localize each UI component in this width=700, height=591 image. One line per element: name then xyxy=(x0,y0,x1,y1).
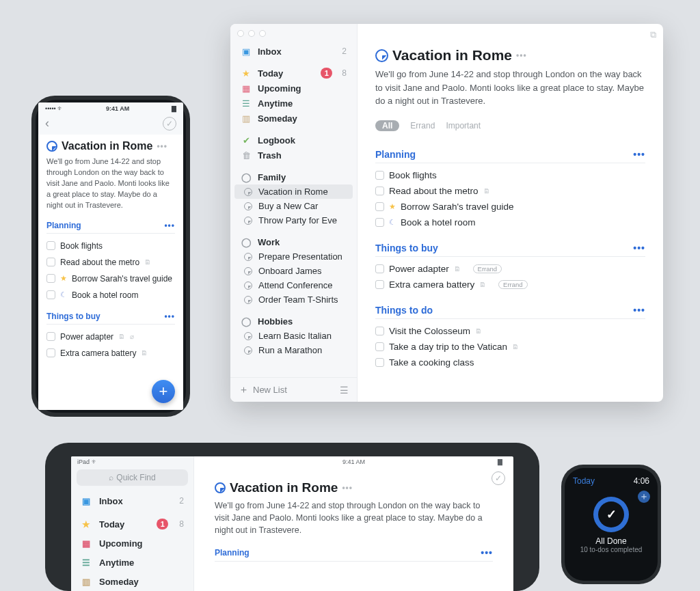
todo-item[interactable]: Visit the Colosseum🗎 xyxy=(375,323,645,339)
tag-chip[interactable]: Errand xyxy=(473,264,502,273)
sidebar-project-vacation[interactable]: Vacation in Rome xyxy=(234,184,353,199)
quick-find-input[interactable]: ⌕Quick Find xyxy=(77,469,188,486)
sidebar-project[interactable]: Attend Conference xyxy=(234,278,353,292)
project-notes[interactable]: We'll go from June 14-22 and stop throug… xyxy=(46,156,175,211)
todo-item[interactable]: ☾Book a hotel room xyxy=(46,287,175,303)
todo-item[interactable]: ☾Book a hotel room xyxy=(375,215,645,230)
tag-all[interactable]: All xyxy=(375,120,399,131)
iphone-screen: ••••• ᯤ 9:41 AM ▇ ‹ ✓ Vacation in Rome •… xyxy=(38,102,183,410)
project-more-button[interactable]: ••• xyxy=(157,141,167,151)
sidebar-area-hobbies[interactable]: ◯Hobbies xyxy=(234,314,353,329)
sidebar-label: Upcoming xyxy=(99,538,184,549)
checkbox[interactable] xyxy=(46,290,55,299)
search-icon: ⌕ xyxy=(109,473,113,482)
share-button[interactable]: ⧉ xyxy=(650,29,656,40)
mark-complete-button[interactable]: ✓ xyxy=(163,117,176,130)
project-more-button[interactable]: ••• xyxy=(516,51,527,60)
checkbox[interactable] xyxy=(375,358,384,367)
tag-errand[interactable]: Errand xyxy=(410,121,435,130)
sidebar-item-inbox[interactable]: ▣Inbox2 xyxy=(234,44,353,59)
todo-item[interactable]: Book flights xyxy=(46,238,175,254)
sidebar-label: Anytime xyxy=(258,98,347,109)
settings-button[interactable]: ☰ xyxy=(340,385,349,396)
section-header[interactable]: Planning ••• xyxy=(46,221,175,234)
sidebar-project[interactable]: Prepare Presentation xyxy=(234,249,353,264)
status-battery: ▇ xyxy=(498,458,502,465)
checkbox[interactable] xyxy=(375,171,384,180)
section-more-button[interactable]: ••• xyxy=(633,149,645,160)
section-more-button[interactable]: ••• xyxy=(633,305,645,316)
check-icon: ✓ xyxy=(598,501,624,527)
sidebar-item-today[interactable]: ★Today18 xyxy=(71,514,193,534)
watch-title-today[interactable]: Today xyxy=(573,476,595,486)
checkbox[interactable] xyxy=(46,274,55,283)
todo-item[interactable]: Book flights xyxy=(375,167,645,183)
sidebar-item-inbox[interactable]: ▣Inbox2 xyxy=(71,491,193,510)
section-header[interactable]: Things to buy ••• xyxy=(46,312,175,325)
todo-item[interactable]: ★Borrow Sarah's travel guide xyxy=(375,199,645,215)
checkbox[interactable] xyxy=(375,327,384,335)
sidebar-item-someday[interactable]: ▥Someday xyxy=(71,572,193,591)
section-header[interactable]: Things to do ••• xyxy=(375,305,645,319)
sidebar-area-work[interactable]: ◯Work xyxy=(234,234,353,249)
todo-item[interactable]: Extra camera battery🗎 xyxy=(46,345,175,361)
todo-item[interactable]: Power adapter🗎 Errand xyxy=(375,261,645,277)
checkbox[interactable] xyxy=(375,264,384,273)
checkbox[interactable] xyxy=(46,348,55,357)
checkbox[interactable] xyxy=(46,258,55,266)
add-todo-button[interactable]: + xyxy=(152,380,175,403)
section-header[interactable]: Planning ••• xyxy=(215,547,493,562)
sidebar-area-family[interactable]: ◯Family xyxy=(234,169,353,184)
sidebar-item-someday[interactable]: ▥Someday xyxy=(234,111,353,126)
section-more-button[interactable]: ••• xyxy=(633,243,645,253)
project-label: Order Team T-Shirts xyxy=(258,294,347,305)
section-header[interactable]: Things to buy ••• xyxy=(375,243,645,257)
todo-item[interactable]: ★Borrow Sarah's travel guide xyxy=(46,271,175,287)
add-button[interactable]: ＋ xyxy=(638,491,650,503)
todo-item[interactable]: Take a cooking class xyxy=(375,355,645,370)
window-controls[interactable] xyxy=(230,24,357,44)
sidebar-project[interactable]: Learn Basic Italian xyxy=(234,329,353,343)
ipad-screen: iPad ᯤ ⌕Quick Find ▣Inbox2 ★Today18 ▦Upc… xyxy=(71,456,513,591)
checkbox[interactable] xyxy=(375,202,384,211)
tag-chip[interactable]: Errand xyxy=(498,280,528,289)
project-notes[interactable]: We'll go from June 14-22 and stop throug… xyxy=(215,499,493,536)
tag-important[interactable]: Important xyxy=(446,121,481,130)
sidebar-project-car[interactable]: Buy a New Car xyxy=(234,199,353,213)
sidebar-item-trash[interactable]: 🗑Trash xyxy=(234,148,353,163)
todo-item[interactable]: Read about the metro🗎 xyxy=(46,254,175,271)
section-more-button[interactable]: ••• xyxy=(481,547,493,558)
todo-item[interactable]: Power adapter🗎⌀ xyxy=(46,329,175,345)
sidebar-item-anytime[interactable]: ☰Anytime xyxy=(71,553,193,572)
todo-item[interactable]: Extra camera battery🗎 Errand xyxy=(375,277,645,292)
sidebar-item-today[interactable]: ★Today18 xyxy=(234,66,353,81)
sidebar-project[interactable]: Onboard James xyxy=(234,264,353,278)
todo-item[interactable]: Take a day trip to the Vatican🗎 xyxy=(375,339,645,355)
project-notes[interactable]: We'll go from June 14-22 and stop throug… xyxy=(375,68,645,108)
moon-icon: ☾ xyxy=(60,290,67,299)
new-list-button[interactable]: ＋New List xyxy=(239,383,287,396)
checkbox[interactable] xyxy=(375,342,384,351)
section-more-button[interactable]: ••• xyxy=(164,221,175,230)
section-header[interactable]: Planning ••• xyxy=(375,149,645,163)
checkbox[interactable] xyxy=(46,332,55,341)
sidebar-project[interactable]: Run a Marathon xyxy=(234,343,353,357)
ipad-main: 9:41 AM ▇ ✓ Vacation in Rome ••• We'll g… xyxy=(194,456,513,591)
sidebar-item-upcoming[interactable]: ▦Upcoming xyxy=(71,534,193,553)
checkbox[interactable] xyxy=(375,218,384,227)
todo-item[interactable]: Read about the metro🗎 xyxy=(375,183,645,199)
sidebar-project-party[interactable]: Throw Party for Eve xyxy=(234,213,353,228)
sidebar-item-upcoming[interactable]: ▦Upcoming xyxy=(234,81,353,96)
project-label: Attend Conference xyxy=(258,280,347,290)
checkbox[interactable] xyxy=(375,187,384,195)
mark-complete-button[interactable]: ✓ xyxy=(492,471,505,485)
sidebar-item-logbook[interactable]: ✔Logbook xyxy=(234,133,353,148)
back-button[interactable]: ‹ xyxy=(45,116,49,130)
sidebar-item-anytime[interactable]: ☰Anytime xyxy=(234,96,353,111)
sidebar-project[interactable]: Order Team T-Shirts xyxy=(234,292,353,307)
checkbox[interactable] xyxy=(375,280,384,289)
ipad-device: iPad ᯤ ⌕Quick Find ▣Inbox2 ★Today18 ▦Upc… xyxy=(45,443,539,591)
project-more-button[interactable]: ••• xyxy=(342,483,353,493)
section-more-button[interactable]: ••• xyxy=(164,312,175,321)
checkbox[interactable] xyxy=(46,241,55,250)
